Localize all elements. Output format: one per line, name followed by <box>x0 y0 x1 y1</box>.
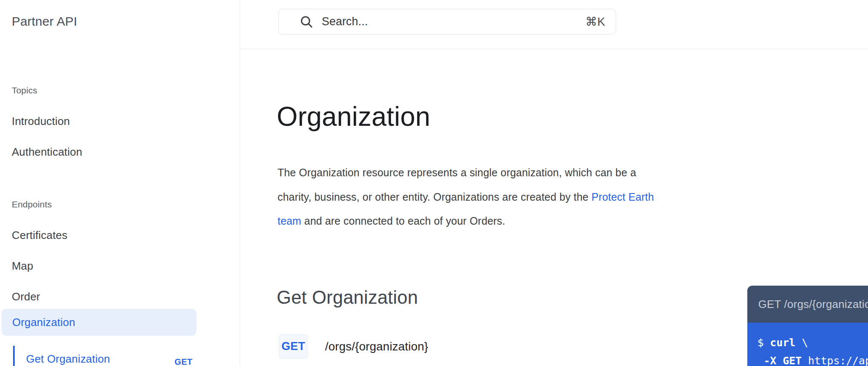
code-keyword: -X <box>764 355 776 366</box>
sidebar-item-authentication[interactable]: Authentication <box>12 146 82 159</box>
text-segment: $ <box>757 337 770 349</box>
text-segment: and are connected to each of your Orders… <box>301 215 505 227</box>
endpoint-path: /orgs/{organization} <box>325 340 428 353</box>
brand-title: Partner API <box>12 14 77 29</box>
request-sample-header: GET /orgs/{organization} <box>747 286 868 323</box>
search-shortcut-hint: ⌘K <box>585 15 616 29</box>
code-line: -X GET https://api <box>757 352 868 366</box>
text-segment <box>757 355 764 366</box>
text-segment: charity, business, or other entity. Orga… <box>278 191 592 203</box>
resource-description: The Organization resource represents a s… <box>278 161 654 233</box>
sidebar-item-order[interactable]: Order <box>12 290 40 303</box>
text-segment <box>776 355 783 366</box>
sidebar-item-certificates[interactable]: Certificates <box>12 229 67 242</box>
paragraph-line: The Organization resource represents a s… <box>278 161 654 185</box>
search-input[interactable]: Search... ⌘K <box>278 9 616 34</box>
page-title: Organization <box>277 101 430 132</box>
search-icon <box>300 15 313 29</box>
text-link[interactable]: Protect Earth <box>592 191 654 203</box>
code-keyword: curl <box>770 337 795 349</box>
sidebar-subitem-label: Get Organization <box>26 353 110 366</box>
endpoint-row: GET /orgs/{organization} <box>279 334 428 358</box>
code-line: $ curl \ <box>757 334 868 352</box>
text-segment: \ <box>795 337 808 349</box>
operation-title: Get Organization <box>277 287 418 308</box>
http-method-badge: GET <box>279 334 308 358</box>
api-docs-page: Partner API Topics Introduction Authenti… <box>0 0 868 366</box>
sidebar-item-map[interactable]: Map <box>12 260 33 273</box>
active-indicator-bar <box>13 346 15 366</box>
sidebar-section-topics: Topics <box>12 85 37 95</box>
sidebar-section-endpoints: Endpoints <box>12 199 52 210</box>
paragraph-line: charity, business, or other entity. Orga… <box>278 185 654 210</box>
search-placeholder: Search... <box>322 15 368 28</box>
text-segment: The Organization resource represents a s… <box>278 167 636 178</box>
paragraph-line: team and are connected to each of your O… <box>278 209 654 233</box>
sidebar-subitem-get-organization[interactable]: Get Organization GET <box>0 346 240 366</box>
sidebar: Partner API Topics Introduction Authenti… <box>0 0 240 366</box>
method-tag-get: GET <box>175 357 193 366</box>
text-segment: https://api <box>802 355 868 366</box>
sidebar-item-label: Organization <box>12 316 75 329</box>
code-keyword: GET <box>783 355 802 366</box>
text-link[interactable]: team <box>278 215 301 227</box>
curl-code-block: $ curl \ -X GET https://api <box>747 323 868 366</box>
sidebar-item-introduction[interactable]: Introduction <box>12 115 70 128</box>
sidebar-item-organization-active[interactable]: Organization <box>2 309 196 336</box>
request-sample-panel: GET /orgs/{organization} $ curl \ -X GET… <box>747 286 868 366</box>
